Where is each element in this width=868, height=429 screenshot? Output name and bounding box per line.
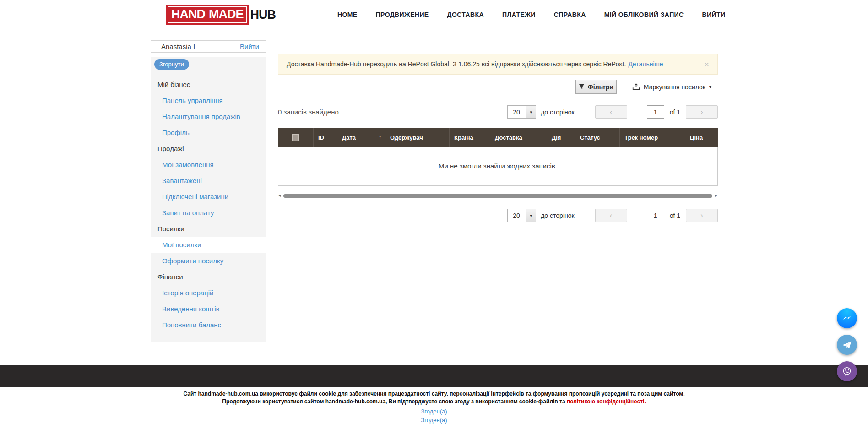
sidebar-section-sales: Продажі [151, 141, 266, 157]
viber-icon[interactable] [837, 361, 857, 381]
logo-word-made: MADE [209, 7, 244, 22]
cookie-line-1: Сайт handmade-hub.com.ua використовує фа… [0, 390, 868, 398]
cookie-notice: Сайт handmade-hub.com.ua використовує фа… [0, 390, 868, 406]
per-page-label: до сторінок [541, 109, 574, 116]
sidebar-section-finance: Фінанси [151, 269, 266, 285]
sidebar-item-dashboard[interactable]: Панель управління [151, 92, 266, 109]
table-empty-state: Ми не змогли знайти жодних записів. [278, 147, 718, 186]
parcel-marking-dropdown[interactable]: Маркування посилок ▾ [632, 83, 711, 91]
table-header-row: ID Дата ↑ Одержувач Країна Доставка Дія … [278, 128, 718, 147]
chevron-down-icon: ▾ [709, 84, 711, 89]
scrollbar-thumb[interactable] [283, 194, 712, 198]
user-row: Anastasia I Вийти [151, 40, 266, 53]
prev-page-button[interactable]: ‹ [595, 209, 627, 222]
messenger-icon[interactable] [837, 308, 857, 328]
select-all-cell [278, 128, 314, 147]
sidebar-item-sales-settings[interactable]: Налаштування продажів [151, 109, 266, 125]
column-country[interactable]: Країна [450, 128, 490, 147]
column-status[interactable]: Статус [575, 128, 620, 147]
telegram-icon[interactable] [837, 335, 857, 355]
logo-word-hand: HAND [171, 7, 205, 22]
column-id[interactable]: ID [314, 128, 337, 147]
sidebar-item-withdraw-funds[interactable]: Виведення коштів [151, 301, 266, 317]
sidebar-logout-link[interactable]: Вийти [240, 43, 259, 50]
parcels-table: ID Дата ↑ Одержувач Країна Доставка Дія … [278, 128, 718, 186]
privacy-policy-link[interactable]: політикою конфіденційності. [567, 398, 646, 405]
footer-dark-bar [0, 365, 868, 387]
agree-row-2: Згоден(а) [0, 417, 868, 424]
page-size-value: 20 [508, 106, 526, 118]
chevron-down-icon: ▾ [526, 106, 536, 118]
agree-link[interactable]: Згоден(а) [421, 408, 447, 415]
notification-banner: Доставка Handmade-Hub переходить на RePo… [278, 54, 718, 75]
empty-message: Ми не змогли знайти жодних записів. [439, 162, 557, 170]
page-of-label: of 1 [670, 109, 680, 116]
sidebar-item-connected-shops[interactable]: Підключені магазини [151, 189, 266, 205]
sidebar-item-transaction-history[interactable]: Історія операцій [151, 285, 266, 301]
main-nav: HOME ПРОДВИЖЕНИЕ ДОСТАВКА ПЛАТЕЖИ СПРАВК… [337, 0, 725, 29]
nav-payments[interactable]: ПЛАТЕЖИ [502, 11, 536, 18]
page-number-input[interactable] [647, 209, 664, 222]
sidebar-item-create-parcel[interactable]: Оформити посилку [151, 253, 266, 269]
user-name: Anastasia I [161, 43, 195, 50]
banner-text: Доставка Handmade-Hub переходить на RePo… [287, 60, 626, 68]
agree-link[interactable]: Згоден(а) [421, 417, 447, 424]
nav-promotion[interactable]: ПРОДВИЖЕНИЕ [376, 11, 429, 18]
sidebar-section-my-business: Мій бізнес [151, 76, 266, 92]
logo-word-hub: HUB [250, 8, 276, 22]
agree-row-1: Згоден(а) [0, 408, 868, 415]
banner-details-link[interactable]: Детальніше [628, 60, 663, 68]
sidebar-item-my-orders[interactable]: Мої замовлення [151, 157, 266, 173]
page-size-select[interactable]: 20 ▾ [507, 105, 536, 119]
sidebar-item-uploaded[interactable]: Завантажені [151, 173, 266, 189]
next-page-button[interactable]: › [686, 105, 718, 119]
page-size-value: 20 [508, 209, 526, 222]
cookie-line-2: Продовжуючи користуватися сайтом handmad… [0, 398, 868, 406]
results-row: 0 записів знайдено 20 ▾ до сторінок ‹ of… [278, 105, 718, 119]
nav-my-account[interactable]: МІЙ ОБЛІКОВИЙ ЗАПИС [604, 11, 684, 18]
upload-icon [632, 83, 640, 91]
main-content: Доставка Handmade-Hub переходить на RePo… [278, 54, 718, 222]
top-header: HAND MADE HUB HOME ПРОДВИЖЕНИЕ ДОСТАВКА … [0, 0, 868, 29]
sidebar-item-top-up-balance[interactable]: Поповнити баланс [151, 317, 266, 333]
pagination-bottom: 20 ▾ до сторінок ‹ of 1 › [507, 209, 718, 222]
column-track-number[interactable]: Трек номер [620, 128, 685, 147]
sidebar-item-payment-request[interactable]: Запит на оплату [151, 205, 266, 221]
next-page-button[interactable]: › [686, 209, 718, 222]
column-action[interactable]: Дія [547, 128, 575, 147]
records-count: 0 записів знайдено [278, 108, 339, 116]
column-price[interactable]: Ціна [685, 128, 718, 147]
page-size-select[interactable]: 20 ▾ [507, 209, 536, 222]
collapse-sidebar-button[interactable]: Згорнути [154, 59, 189, 70]
filters-button[interactable]: Фільтри [575, 80, 617, 94]
parcel-marking-label: Маркування посилок [644, 83, 705, 91]
pagination-top: 20 ▾ до сторінок ‹ of 1 › [507, 105, 718, 119]
chevron-down-icon: ▾ [526, 209, 536, 222]
sidebar-section-parcels: Посилки [151, 221, 266, 237]
nav-help[interactable]: СПРАВКА [554, 11, 586, 18]
sidebar-menu: Мій бізнес Панель управління Налаштуванн… [151, 76, 266, 333]
column-date[interactable]: Дата ↑ [337, 128, 385, 147]
select-all-checkbox[interactable] [292, 134, 299, 141]
sidebar-item-my-parcels[interactable]: Мої посилки [151, 237, 266, 253]
horizontal-scrollbar: ◄ ► [278, 193, 718, 199]
sidebar: Згорнути Мій бізнес Панель управління На… [151, 57, 266, 342]
per-page-label: до сторінок [541, 212, 574, 219]
site-logo[interactable]: HAND MADE HUB [166, 5, 276, 25]
logo-red-box: HAND MADE [166, 5, 249, 25]
scroll-right-icon[interactable]: ► [714, 194, 718, 198]
column-delivery[interactable]: Доставка [490, 128, 547, 147]
nav-home[interactable]: HOME [337, 11, 358, 18]
page-number-input[interactable] [647, 105, 664, 119]
scroll-left-icon[interactable]: ◄ [278, 194, 282, 198]
nav-delivery[interactable]: ДОСТАВКА [447, 11, 484, 18]
toolbar: Фільтри Маркування посилок ▾ [278, 80, 718, 94]
pagination-bottom-wrap: 20 ▾ до сторінок ‹ of 1 › [278, 209, 718, 222]
prev-page-button[interactable]: ‹ [595, 105, 627, 119]
sidebar-item-profile[interactable]: Профіль [151, 125, 266, 141]
social-widgets [837, 308, 857, 381]
page-of-label: of 1 [670, 212, 680, 219]
column-recipient[interactable]: Одержувач [385, 128, 450, 147]
close-icon[interactable]: × [704, 60, 709, 69]
nav-logout[interactable]: ВИЙТИ [702, 11, 726, 18]
